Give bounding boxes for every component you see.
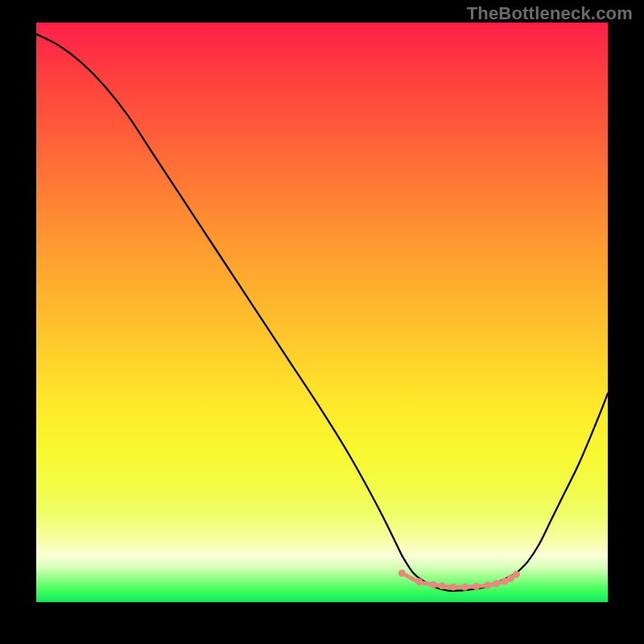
chart-svg	[36, 23, 608, 602]
tick-dot	[398, 570, 406, 577]
tick-dot	[473, 583, 480, 590]
curve-left-descent	[36, 34, 402, 555]
tick-dot	[461, 584, 469, 591]
chart-frame: TheBottleneck.com	[0, 0, 644, 644]
tick-dot	[430, 581, 437, 588]
curve-right-ascent	[516, 394, 608, 573]
plot-area	[36, 23, 608, 602]
tick-dot	[439, 582, 446, 589]
watermark-text: TheBottleneck.com	[467, 3, 633, 24]
tick-dot	[484, 582, 491, 589]
tick-dot	[450, 584, 457, 591]
tick-dot	[415, 578, 423, 585]
tick-dot	[513, 571, 520, 578]
tick-dot	[493, 580, 500, 587]
